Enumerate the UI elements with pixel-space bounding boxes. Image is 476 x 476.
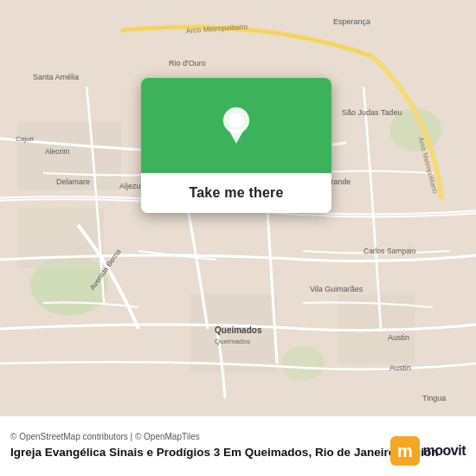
svg-point-3 [281,346,325,381]
svg-text:Alecrim: Alecrim [45,147,69,156]
popup-map-area [141,78,331,173]
svg-text:Aljezur: Aljezur [119,182,144,190]
svg-text:m: m [397,441,413,460]
svg-text:Carlos Sampaio: Carlos Sampaio [363,247,416,255]
svg-text:Santa Amélia: Santa Amélia [33,73,79,81]
svg-text:São Judas Tadeu: São Judas Tadeu [342,108,402,117]
moovit-logo: m moovit [390,436,466,466]
svg-text:Delamare: Delamare [56,177,90,186]
bottom-bar: © OpenStreetMap contributors | © OpenMap… [0,415,476,476]
moovit-text-label: moovit [423,443,466,459]
svg-text:Austin: Austin [389,363,411,372]
svg-text:Austin: Austin [388,333,409,342]
location-pin-icon [218,107,254,144]
moovit-icon: m [390,436,420,466]
svg-text:Queimados: Queimados [215,338,250,345]
svg-text:Tingua: Tingua [422,394,446,402]
svg-point-30 [229,113,244,128]
svg-text:Vila Guimarães: Vila Guimarães [310,285,363,293]
svg-text:Rio d'Ouro: Rio d'Ouro [169,59,206,68]
svg-text:Cajuri: Cajuri [16,135,34,143]
popup-card: Take me there [141,78,331,213]
svg-marker-31 [228,129,244,144]
take-me-there-button[interactable]: Take me there [141,173,331,213]
svg-text:Queimados: Queimados [215,325,262,335]
svg-text:Esperança: Esperança [333,17,370,26]
